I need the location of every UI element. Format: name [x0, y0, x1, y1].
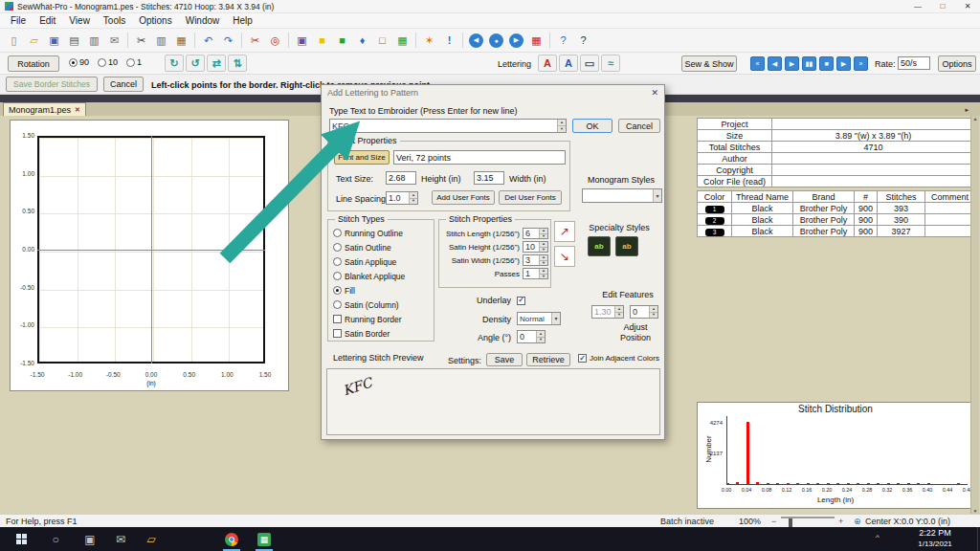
rate-input[interactable]: 50/s: [898, 56, 930, 70]
info-icon[interactable]: !: [440, 32, 458, 50]
chrome-button[interactable]: [218, 527, 245, 551]
hoop-icon[interactable]: □: [373, 32, 391, 50]
spinner-arrows[interactable]: ▲▼: [539, 269, 547, 278]
dialog-title-bar[interactable]: Add Lettering to Pattern ✕: [322, 85, 664, 100]
start-button[interactable]: [8, 527, 34, 551]
stitch-type-satin-border[interactable]: Satin Border: [333, 326, 405, 341]
stitch-type-running-outline[interactable]: Running Outline: [333, 226, 405, 240]
edit-feature-spinner-2[interactable]: 0 ▲▼: [630, 305, 658, 319]
specialty-style-2-button[interactable]: ab: [615, 236, 638, 256]
spinner-arrows[interactable]: ▲▼: [557, 120, 566, 132]
vertical-scrollbar[interactable]: ▲ ▼: [970, 116, 979, 514]
rotate-ccw-icon[interactable]: ↺: [186, 55, 205, 72]
split-stitch-icon[interactable]: ✂: [246, 32, 264, 50]
down-arrow-icon[interactable]: ▼: [539, 260, 547, 266]
rotation-angle-1[interactable]: 1: [126, 57, 142, 67]
pause-button[interactable]: ▮▮: [802, 56, 816, 71]
monogram-styles-dropdown[interactable]: ▾: [582, 188, 662, 203]
down-arrow-icon[interactable]: ▼: [614, 312, 623, 319]
sewwhat-pro-button[interactable]: ▦: [251, 527, 278, 551]
line-spacing-spinner[interactable]: 1.0 ▲▼: [386, 191, 418, 205]
menu-item-view[interactable]: View: [62, 14, 97, 27]
tab-scroll-icon[interactable]: ▸: [965, 106, 969, 114]
retrieve-settings-button[interactable]: Retrieve: [526, 353, 570, 366]
spinner-arrows[interactable]: ▲▼: [539, 255, 547, 265]
flip-vertical-icon[interactable]: ⇅: [228, 55, 247, 72]
dropdown-arrow-icon[interactable]: ▾: [551, 313, 560, 324]
save-settings-button[interactable]: Save: [486, 353, 523, 366]
menu-item-window[interactable]: Window: [179, 14, 227, 27]
zoom-in-icon[interactable]: +: [838, 517, 843, 526]
prev-button[interactable]: ◀: [768, 56, 782, 71]
rotation-button[interactable]: Rotation: [8, 55, 59, 72]
menu-item-file[interactable]: File: [4, 14, 33, 27]
grid-icon[interactable]: ▦: [393, 32, 412, 50]
cut-icon[interactable]: ✂: [132, 32, 150, 50]
spinner-arrows[interactable]: ▲▼: [649, 306, 657, 318]
tab-close-icon[interactable]: ✕: [75, 106, 80, 114]
stitch-type-fill[interactable]: Fill: [333, 283, 405, 298]
save-icon[interactable]: ▣: [45, 32, 63, 50]
stitch-type-satin-outline[interactable]: Satin Outline: [333, 240, 405, 254]
specialty-style-1-button[interactable]: ab: [588, 236, 611, 256]
task-view-button[interactable]: ▣: [77, 527, 103, 551]
down-arrow-icon[interactable]: ▼: [649, 312, 657, 319]
flip-horizontal-icon[interactable]: ⇄: [207, 55, 226, 72]
embroider-text-input[interactable]: [330, 120, 557, 132]
help-icon[interactable]: ?: [554, 32, 572, 50]
down-arrow-icon[interactable]: ▼: [539, 233, 547, 239]
play-button[interactable]: ▶: [785, 56, 799, 71]
menu-item-edit[interactable]: Edit: [33, 14, 62, 27]
print-icon[interactable]: ▤: [65, 32, 83, 50]
rotation-angle-10[interactable]: 10: [98, 57, 118, 67]
menu-item-tools[interactable]: Tools: [97, 14, 132, 27]
play-circle-icon[interactable]: ●: [489, 33, 503, 48]
search-button[interactable]: ○: [42, 527, 69, 551]
stitch-prop-spinner[interactable]: 10▲▼: [523, 241, 548, 253]
width-input[interactable]: 3.15: [474, 171, 504, 185]
dropdown-arrow-icon[interactable]: ▾: [653, 189, 661, 202]
join-adjacent-checkbox[interactable]: [578, 354, 587, 363]
menu-item-help[interactable]: Help: [226, 14, 259, 27]
down-arrow-icon[interactable]: ▼: [539, 274, 547, 279]
stitch-prop-spinner[interactable]: 3▲▼: [523, 254, 548, 266]
satin-direction-icon[interactable]: ↘: [554, 246, 575, 267]
lettering-font-icon[interactable]: A: [559, 55, 578, 72]
copy-icon[interactable]: ▥: [152, 32, 170, 50]
stitch-type-satin-column[interactable]: Satin (Column): [333, 298, 405, 312]
save-palette-icon[interactable]: ▣: [293, 32, 311, 50]
email-icon[interactable]: ✉: [105, 32, 123, 50]
lettering-frame-icon[interactable]: ▭: [580, 55, 599, 72]
stitch-prop-spinner[interactable]: 1▲▼: [523, 268, 548, 279]
down-arrow-icon[interactable]: ▼: [536, 337, 545, 343]
rotate-cw-icon[interactable]: ↻: [165, 55, 184, 72]
sew-show-button[interactable]: Sew & Show: [681, 55, 737, 72]
stitch-direction-icon[interactable]: ↗: [554, 221, 575, 242]
wizard-icon[interactable]: ✶: [420, 32, 438, 50]
table-row[interactable]: 2 Black Brother Poly 900 390: [698, 214, 975, 226]
first-button[interactable]: «: [750, 56, 765, 71]
close-button[interactable]: ✕: [955, 0, 980, 12]
redo-icon[interactable]: ↷: [219, 32, 237, 50]
dialog-cancel-button[interactable]: Cancel: [618, 119, 660, 133]
stop-button[interactable]: ■: [819, 56, 834, 71]
spinner-arrows[interactable]: ▲▼: [536, 331, 545, 342]
clock[interactable]: 2:22 PM 1/13/2021: [905, 528, 965, 549]
options-button[interactable]: Options: [938, 55, 976, 72]
dialog-close-icon[interactable]: ✕: [651, 88, 658, 98]
menu-item-options[interactable]: Options: [132, 14, 178, 27]
stitch-type-blanket-applique[interactable]: Blanket Applique: [333, 269, 405, 283]
paste-icon[interactable]: ▦: [172, 32, 190, 50]
new-icon[interactable]: ▯: [5, 32, 23, 50]
last-button[interactable]: »: [854, 56, 868, 71]
angle-spinner[interactable]: 0 ▲▼: [517, 330, 546, 343]
ok-button[interactable]: OK: [572, 119, 612, 133]
stitch-prop-spinner[interactable]: 6▲▼: [523, 228, 548, 239]
thread-chart-icon[interactable]: ■: [333, 32, 351, 50]
open-icon[interactable]: ▱: [25, 32, 43, 50]
cancel-border-button[interactable]: Cancel: [103, 77, 144, 92]
spinner-arrows[interactable]: ▲▼: [539, 229, 547, 238]
add-user-fonts-button[interactable]: Add User Fonts: [432, 190, 495, 205]
scroll-up-icon[interactable]: ▲: [973, 116, 978, 121]
print-preview-icon[interactable]: ▥: [85, 32, 103, 50]
